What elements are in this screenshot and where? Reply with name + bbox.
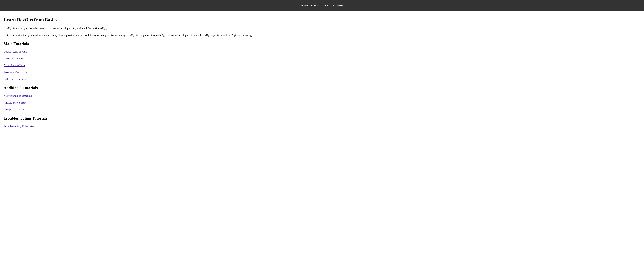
list-item: Ansible Zero to Hero	[4, 100, 640, 105]
list-item: Networking Fundamentals	[4, 94, 640, 98]
nav-link-contact[interactable]: Contact	[321, 4, 330, 7]
navbar: HomeAboutContactCourses	[0, 0, 644, 11]
nav-link-about[interactable]: About	[311, 4, 318, 7]
list-item: Troubleshooting Kubernetes	[4, 124, 640, 128]
tutorial-link[interactable]: AWS Zero to Hero	[4, 57, 24, 60]
nav-item: Home	[301, 3, 308, 8]
nav-link-home[interactable]: Home	[301, 4, 308, 7]
list-item: Terraform Zero to Hero	[4, 70, 640, 74]
tutorial-link[interactable]: Ansible Zero to Hero	[4, 101, 26, 104]
main-tutorials-heading: Main Tutorials	[4, 41, 640, 47]
tutorial-link[interactable]: Networking Fundamentals	[4, 94, 32, 97]
intro-para-1: DevOps is a set of practices that combin…	[4, 26, 640, 30]
additional-tutorials-list: Networking FundamentalsAnsible Zero to H…	[4, 94, 640, 112]
list-item: GitOps Zero to Hero	[4, 107, 640, 112]
main-content: Learn DevOps from Basics DevOps is a set…	[0, 11, 644, 136]
tutorial-link[interactable]: Azure Zero to Hero	[4, 64, 25, 67]
tutorial-link[interactable]: GitOps Zero to Hero	[4, 108, 26, 111]
page-title: Learn DevOps from Basics	[4, 16, 640, 23]
additional-tutorials-heading: Additional Tutorials	[4, 85, 640, 91]
troubleshooting-tutorials-list: Troubleshooting Kubernetes	[4, 124, 640, 128]
nav-item: About	[311, 3, 318, 8]
list-item: Azure Zero to Hero	[4, 63, 640, 68]
tutorial-link[interactable]: Troubleshooting Kubernetes	[4, 125, 34, 128]
list-item: AWS Zero to Hero	[4, 56, 640, 61]
nav-item: Courses	[333, 3, 343, 8]
nav-item: Contact	[321, 3, 330, 8]
tutorial-link[interactable]: DevOps Zero to Hero	[4, 50, 27, 53]
intro-para-2: It aims to shorten the systems developme…	[4, 33, 640, 37]
list-item: Python Zero to Hero	[4, 77, 640, 81]
tutorial-link[interactable]: Python Zero to Hero	[4, 78, 26, 81]
tutorial-link[interactable]: Terraform Zero to Hero	[4, 71, 29, 74]
nav-link-courses[interactable]: Courses	[333, 4, 343, 7]
main-tutorials-list: DevOps Zero to HeroAWS Zero to HeroAzure…	[4, 50, 640, 81]
troubleshooting-tutorials-heading: Troubleshooting Tutorials	[4, 115, 640, 121]
list-item: DevOps Zero to Hero	[4, 50, 640, 54]
nav-menu: HomeAboutContactCourses	[301, 3, 343, 8]
